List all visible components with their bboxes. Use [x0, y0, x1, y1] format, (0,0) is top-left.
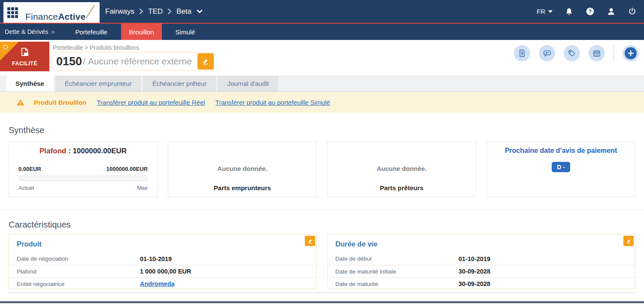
bottom-divider — [9, 292, 635, 293]
caracteristiques-section-title: Caractéristiques — [9, 220, 635, 230]
calendar-button[interactable] — [589, 45, 605, 61]
row-label: Date de début — [335, 255, 459, 262]
add-button[interactable] — [623, 45, 639, 61]
edit-pencil-icon — [307, 238, 313, 244]
plafond-card: Plafond : 1000000.00EUR 0.00EUR 1000000.… — [9, 141, 158, 197]
row-label: Date de maturité — [335, 281, 459, 287]
row-value: 1 000 000,00 EUR — [140, 268, 191, 275]
plafond-range: 0.00EUR 1000000.00EUR — [9, 166, 157, 172]
row-value: 30-09-2028 — [459, 268, 490, 275]
svg-text:?: ? — [588, 9, 591, 15]
produit-panel-title: Produit — [17, 240, 316, 248]
comments-button[interactable] — [539, 45, 555, 61]
caption-max: Max — [137, 185, 148, 191]
section-divider — [0, 209, 644, 210]
product-number: 0150 — [56, 55, 82, 68]
transfer-reel-link[interactable]: Transférer produit au portefeuille Réel — [97, 99, 205, 106]
prochaine-date-card: Prochaine date d'avis de paiement D - — [486, 141, 635, 197]
row-label: Date de maturité initiale — [335, 268, 459, 275]
plafond-label: Plafond — [39, 147, 66, 155]
breadcrumb-item-fairways[interactable]: Fairways — [105, 7, 134, 16]
paiement-card-title: Prochaine date d'avis de paiement — [487, 147, 635, 155]
no-data-text: Aucune donnée. — [168, 165, 316, 172]
nav-section-dette-derives[interactable]: Dette & Dérivés > — [0, 24, 61, 40]
document-copy-icon — [19, 47, 30, 58]
tab-echeancier-preteur[interactable]: Échéancier prêteur — [143, 76, 216, 91]
brand-logo[interactable]: FinanceActive — [25, 3, 96, 22]
plafond-captions: Actuel Max — [9, 185, 157, 191]
module-navbar: Dette & Dérivés > Portefeuille Brouillon… — [0, 24, 644, 40]
product-reference-placeholder: Aucune référence externe — [88, 56, 192, 67]
title-separator: / — [83, 56, 85, 67]
tab-journal-audit[interactable]: Journal d'audit — [218, 76, 278, 91]
notifications-bell-icon[interactable] — [564, 7, 574, 16]
header-action-buttons — [514, 45, 639, 61]
plus-icon — [625, 47, 637, 59]
nav-item-brouillon[interactable]: Brouillon — [121, 24, 161, 40]
plafond-progress-bar — [18, 176, 148, 181]
entite-negociatrice-link[interactable]: Andromeda — [140, 280, 175, 287]
edit-reference-button[interactable] — [197, 53, 214, 70]
language-selector[interactable]: FR — [537, 8, 553, 15]
plafond-max: 1000000.00EUR — [106, 166, 148, 172]
plafond-value: 1000000.00EUR — [73, 147, 127, 155]
no-data-text: Aucune donnée. — [328, 165, 476, 172]
table-row: Date de maturité 30-09-2028 — [328, 277, 635, 290]
plafond-colon: : — [68, 147, 71, 155]
plafond-headline: Plafond : 1000000.00EUR — [9, 147, 157, 155]
breadcrumb-item-beta[interactable]: Beta — [176, 7, 191, 16]
nav-item-portefeuille[interactable]: Portefeuille — [67, 24, 115, 40]
draft-warning-banner: Produit Brouillon Transférer produit au … — [0, 92, 644, 112]
top-navbar: FinanceActive Fairways TED Beta FR ? — [0, 0, 644, 24]
parts-preteurs-title: Parts prêteurs — [328, 184, 476, 192]
parts-emprunteurs-title: Parts emprunteurs — [168, 184, 316, 192]
row-value: 30-09-2028 — [459, 280, 490, 287]
edit-pencil-icon — [626, 238, 632, 244]
characteristic-panels: Produit Date de négociation 01-10-2019 P… — [9, 234, 635, 289]
transfer-simule-link[interactable]: Transférer produit au portefeuille Simul… — [216, 99, 330, 106]
calendar-icon — [592, 49, 601, 58]
edit-duree-button[interactable] — [623, 236, 634, 246]
table-row: Date de maturité initiale 30-09-2028 — [328, 265, 635, 277]
table-row: Entité négociatrice Andromeda — [9, 277, 316, 290]
nav-item-simule[interactable]: Simulé — [168, 24, 203, 40]
help-icon[interactable]: ? — [585, 7, 595, 16]
duree-de-vie-panel: Durée de vie Date de début 01-10-2019 Da… — [327, 234, 635, 289]
tab-echeancier-emprunteur[interactable]: Échéancier emprunteur — [55, 76, 141, 91]
row-label: Date de négociation — [17, 255, 140, 262]
plafond-min: 0.00EUR — [18, 166, 41, 172]
logo-plate: FinanceActive — [3, 2, 100, 23]
edit-pencil-icon — [201, 58, 210, 66]
row-label: Entité négociatrice — [17, 281, 140, 287]
warning-title: Produit Brouillon — [34, 99, 86, 106]
tab-synthese[interactable]: Synthèse — [6, 76, 54, 91]
chevron-right-icon — [167, 8, 172, 15]
chevron-right-icon: > — [52, 29, 55, 35]
duree-panel-title: Durée de vie — [335, 240, 635, 248]
chevron-down-icon[interactable] — [196, 9, 203, 14]
main-content: Synthèse Plafond : 1000000.00EUR 0.00EUR… — [0, 125, 644, 293]
divider — [614, 45, 614, 61]
table-row: Date de négociation 01-10-2019 — [9, 252, 316, 265]
breadcrumb-item-ted[interactable]: TED — [148, 7, 163, 16]
facility-label: FACILITÉ — [12, 61, 37, 67]
table-row: Date de début 01-10-2019 — [328, 252, 635, 265]
row-value: 01-10-2019 — [459, 255, 490, 262]
document-icon — [518, 49, 526, 58]
documents-button[interactable] — [514, 45, 530, 61]
logo-finance: Finance — [25, 12, 58, 21]
caret-down-icon — [548, 10, 553, 13]
topbar-controls: FR ? — [537, 7, 644, 16]
language-label: FR — [537, 8, 545, 15]
logo-active: Active — [58, 12, 85, 21]
tags-button[interactable] — [564, 45, 580, 61]
app-grid-icon[interactable] — [7, 7, 18, 18]
logout-power-icon[interactable] — [627, 7, 637, 16]
product-breadcrumb: Portefeuille > Produits brouillons — [53, 44, 139, 51]
row-value: 01-10-2019 — [140, 255, 172, 262]
nav-section-label: Dette & Dérivés — [5, 28, 49, 35]
product-header: FACILITÉ Portefeuille > Produits brouill… — [0, 40, 644, 76]
edit-produit-button[interactable] — [305, 236, 315, 246]
produit-panel: Produit Date de négociation 01-10-2019 P… — [9, 234, 317, 289]
user-profile-icon[interactable] — [606, 7, 616, 16]
